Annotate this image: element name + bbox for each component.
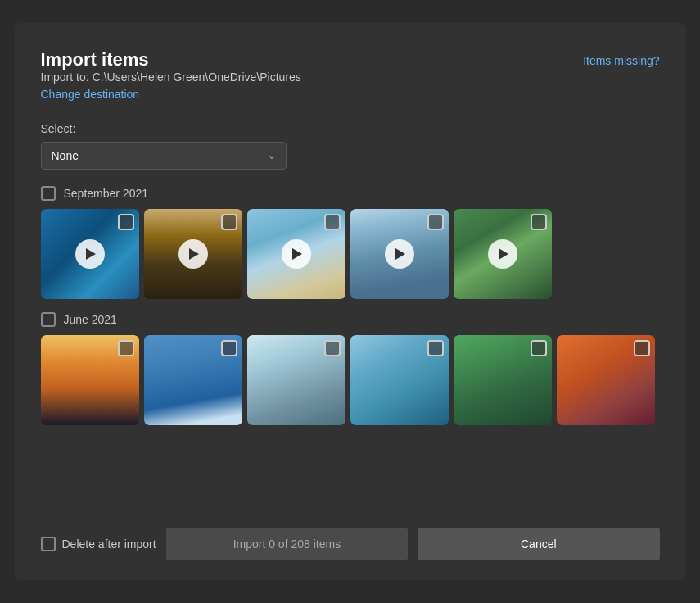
items-missing-link[interactable]: Items missing? (583, 54, 659, 67)
dialog-header: Import items Import to: C:\Users\Helen G… (41, 49, 660, 116)
thumbnail-checkbox[interactable] (324, 340, 341, 356)
thumbnail-item[interactable] (557, 335, 655, 425)
thumbnail-item[interactable] (41, 335, 139, 425)
section-header-september: September 2021 (41, 186, 660, 201)
thumbnail-item[interactable] (247, 335, 345, 425)
play-button[interactable] (282, 239, 311, 269)
thumbnail-item[interactable] (144, 335, 242, 425)
thumbnail-checkbox[interactable] (118, 214, 134, 230)
thumbnail-checkbox[interactable] (221, 214, 237, 230)
cancel-button[interactable]: Cancel (418, 528, 659, 560)
play-icon (86, 248, 96, 260)
import-to-path: C:\Users\Helen Green\OneDrive\Pictures (93, 70, 301, 84)
import-to-label: Import to: (41, 70, 89, 84)
section-title-june: June 2021 (64, 313, 117, 326)
play-button[interactable] (178, 239, 208, 269)
import-to-row: Import to: C:\Users\Helen Green\OneDrive… (41, 70, 301, 84)
delete-after-import[interactable]: Delete after import (41, 537, 156, 551)
section-june-2021: June 2021 (41, 312, 660, 425)
thumbnails-grid-june (41, 335, 660, 425)
thumbnail-item[interactable] (454, 335, 552, 425)
select-label: Select: (41, 122, 660, 135)
thumbnail-item[interactable] (247, 209, 345, 299)
thumbnails-grid-september (41, 209, 660, 299)
delete-checkbox[interactable] (41, 537, 56, 551)
section-checkbox-september[interactable] (41, 186, 56, 201)
play-icon (189, 248, 199, 260)
thumbnail-checkbox[interactable] (427, 340, 444, 356)
import-dialog: Import items Import to: C:\Users\Helen G… (15, 23, 686, 580)
thumbnail-item[interactable] (41, 209, 139, 299)
thumbnail-checkbox[interactable] (531, 340, 547, 356)
footer: Delete after import Import 0 of 208 item… (41, 515, 660, 560)
thumbnail-item[interactable] (454, 209, 552, 299)
thumbnail-checkbox[interactable] (221, 340, 237, 356)
thumbnail-checkbox[interactable] (118, 340, 134, 356)
play-icon (395, 248, 405, 260)
thumbnail-item[interactable] (350, 335, 449, 425)
play-button[interactable] (488, 239, 517, 269)
section-title-september: September 2021 (64, 187, 149, 200)
dialog-title: Import items (41, 49, 301, 70)
change-destination-link[interactable]: Change destination (41, 88, 140, 101)
select-dropdown[interactable]: None ⌄ (41, 142, 287, 170)
thumbnail-item[interactable] (144, 209, 242, 299)
import-button[interactable]: Import 0 of 208 items (166, 528, 408, 560)
play-button[interactable] (385, 239, 414, 269)
select-value: None (52, 149, 79, 162)
thumbnail-item[interactable] (350, 209, 449, 299)
thumbnail-checkbox[interactable] (634, 340, 650, 356)
section-header-june: June 2021 (41, 312, 660, 327)
thumbnail-checkbox[interactable] (427, 214, 444, 230)
play-button[interactable] (75, 239, 105, 269)
play-icon (499, 248, 508, 260)
thumbnail-checkbox[interactable] (324, 214, 341, 230)
chevron-down-icon: ⌄ (268, 150, 276, 161)
delete-after-import-label: Delete after import (62, 537, 156, 551)
play-icon (292, 248, 302, 260)
section-september-2021: September 2021 (41, 186, 660, 299)
section-checkbox-june[interactable] (41, 312, 56, 327)
thumbnail-checkbox[interactable] (531, 214, 547, 230)
